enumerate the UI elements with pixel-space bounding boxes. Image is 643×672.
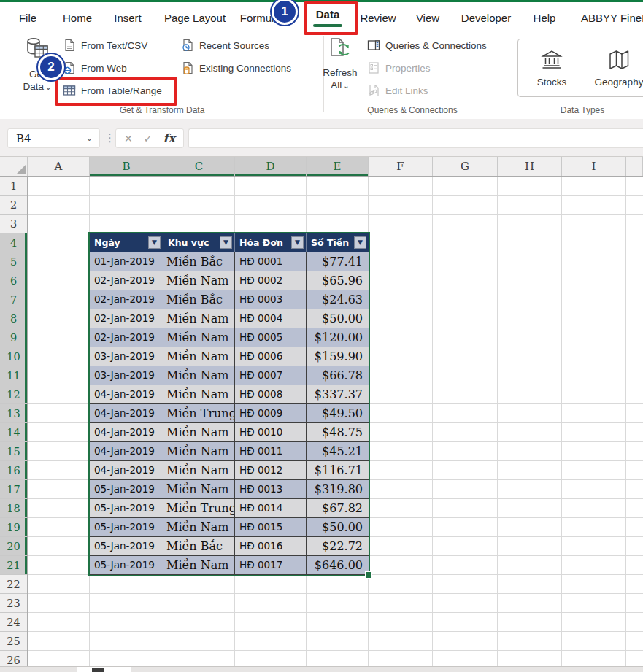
table-cell[interactable]: 02-Jan-2019 <box>90 328 163 347</box>
table-cell[interactable]: Miền Nam <box>163 328 235 347</box>
table-cell[interactable]: $49.50 <box>307 404 369 423</box>
row-header-25[interactable]: 25 <box>0 632 27 651</box>
table-cell[interactable]: HĐ 0011 <box>235 442 307 461</box>
fill-handle[interactable] <box>365 571 372 579</box>
table-cell[interactable]: $24.63 <box>307 290 369 309</box>
row-header-2[interactable]: 2 <box>0 196 27 215</box>
ribbon-tab-insert[interactable]: Insert <box>114 2 142 33</box>
ribbon-tab-home[interactable]: Home <box>63 2 92 33</box>
row-header-9[interactable]: 9 <box>0 328 27 347</box>
table-cell[interactable]: $77.41 <box>307 252 369 271</box>
table-cell[interactable]: HĐ 0001 <box>235 252 307 271</box>
table-cell[interactable]: HĐ 0009 <box>235 404 307 423</box>
row-header-15[interactable]: 15 <box>0 442 27 461</box>
row-header-3[interactable]: 3 <box>0 215 27 233</box>
table-cell[interactable]: 04-Jan-2019 <box>90 404 163 423</box>
from-text-csv-button[interactable]: From Text/CSV <box>63 36 147 54</box>
row-header-20[interactable]: 20 <box>0 537 27 556</box>
table-cell[interactable]: $67.82 <box>307 499 369 518</box>
table-cell[interactable]: HĐ 0013 <box>235 480 307 499</box>
column-header-B[interactable]: B <box>90 157 163 176</box>
ribbon-tab-developer[interactable]: Developer <box>461 2 511 33</box>
filter-dropdown-button[interactable]: ▼ <box>220 236 232 249</box>
row-header-7[interactable]: 7 <box>0 290 27 309</box>
existing-connections-button[interactable]: Existing Connections <box>181 59 291 77</box>
ribbon-tab-page-layout[interactable]: Page Layout <box>164 2 226 33</box>
row-header-17[interactable]: 17 <box>0 480 27 499</box>
table-cell[interactable]: Miền Nam <box>163 423 235 442</box>
table-cell[interactable]: Miền Trung <box>163 404 235 423</box>
table-cell[interactable]: Miền Bắc <box>163 537 235 556</box>
table-cell[interactable]: Miền Nam <box>163 309 235 328</box>
row-header-12[interactable]: 12 <box>0 385 27 404</box>
select-all-corner[interactable] <box>0 157 28 176</box>
table-cell[interactable]: 02-Jan-2019 <box>90 290 163 309</box>
refresh-all-button[interactable]: Refresh All⌄ <box>319 36 361 92</box>
column-header-E[interactable]: E <box>307 157 369 176</box>
column-header-F[interactable]: F <box>369 157 433 176</box>
table-cell[interactable]: HĐ 0007 <box>235 366 307 385</box>
ribbon-tab-review[interactable]: Review <box>360 2 396 33</box>
enter-icon[interactable]: ✓ <box>144 133 153 144</box>
table-cell[interactable]: HĐ 0005 <box>235 328 307 347</box>
table-cell[interactable]: HĐ 0008 <box>235 385 307 404</box>
row-header-13[interactable]: 13 <box>0 404 27 423</box>
row-header-14[interactable]: 14 <box>0 423 27 442</box>
table-cell[interactable]: $48.75 <box>307 423 369 442</box>
geography-button[interactable]: Geography <box>585 39 643 96</box>
table-cell[interactable]: 04-Jan-2019 <box>90 442 163 461</box>
column-header-C[interactable]: C <box>163 157 235 176</box>
insert-function-icon[interactable]: fx <box>163 131 175 145</box>
table-cell[interactable]: HĐ 0015 <box>235 518 307 537</box>
table-cell[interactable]: $50.00 <box>307 309 369 328</box>
table-cell[interactable]: HĐ 0002 <box>235 271 307 290</box>
column-header-I[interactable]: I <box>562 157 626 176</box>
table-cell[interactable]: Miền Nam <box>163 385 235 404</box>
table-cell[interactable]: $66.78 <box>307 366 369 385</box>
row-header-23[interactable]: 23 <box>0 594 27 613</box>
row-header-10[interactable]: 10 <box>0 347 27 366</box>
row-header-6[interactable]: 6 <box>0 271 27 290</box>
table-cell[interactable]: Miền Nam <box>163 366 235 385</box>
table-cell[interactable]: Miền Nam <box>163 556 235 575</box>
column-header-A[interactable]: A <box>28 157 90 176</box>
table-cell[interactable]: $22.72 <box>307 537 369 556</box>
table-cell[interactable]: $120.00 <box>307 328 369 347</box>
table-cell[interactable]: 05-Jan-2019 <box>90 537 163 556</box>
formula-input[interactable] <box>188 128 643 148</box>
filter-dropdown-button[interactable]: ▼ <box>354 236 366 249</box>
table-cell[interactable]: HĐ 0014 <box>235 499 307 518</box>
queries-connections-button[interactable]: Queries & Connections <box>367 36 487 54</box>
table-cell[interactable]: HĐ 0004 <box>235 309 307 328</box>
column-header-D[interactable]: D <box>235 157 307 176</box>
stocks-button[interactable]: Stocks <box>518 39 585 96</box>
table-cell[interactable]: HĐ 0006 <box>235 347 307 366</box>
row-header-11[interactable]: 11 <box>0 366 27 385</box>
table-cell[interactable]: 05-Jan-2019 <box>90 499 163 518</box>
table-cell[interactable]: 04-Jan-2019 <box>90 385 163 404</box>
table-cell[interactable]: Miền Nam <box>163 442 235 461</box>
table-cell[interactable]: $45.21 <box>307 442 369 461</box>
table-cell[interactable]: HĐ 0003 <box>235 290 307 309</box>
row-header-18[interactable]: 18 <box>0 499 27 518</box>
table-cell[interactable]: 05-Jan-2019 <box>90 480 163 499</box>
table-cell[interactable]: Miền Trung <box>163 499 235 518</box>
table-cell[interactable]: 01-Jan-2019 <box>90 252 163 271</box>
ribbon-tab-file[interactable]: File <box>19 2 36 33</box>
table-cell[interactable]: HĐ 0017 <box>235 556 307 575</box>
row-header-24[interactable]: 24 <box>0 613 27 632</box>
ribbon-tab-abbyy-finer[interactable]: ABBYY FineR <box>581 2 643 33</box>
table-cell[interactable]: Miền Nam <box>163 461 235 480</box>
row-header-4[interactable]: 4 <box>0 233 27 252</box>
row-header-21[interactable]: 21 <box>0 556 27 575</box>
table-cell[interactable]: Miền Nam <box>163 518 235 537</box>
ribbon-tab-view[interactable]: View <box>416 2 439 33</box>
table-cell[interactable]: $65.96 <box>307 271 369 290</box>
table-cell[interactable]: 05-Jan-2019 <box>90 556 163 575</box>
column-header-partial[interactable] <box>626 157 643 176</box>
column-header-H[interactable]: H <box>498 157 562 176</box>
name-box-chevron-icon[interactable]: ⌄ <box>86 134 93 143</box>
table-cell[interactable]: $337.37 <box>307 385 369 404</box>
sheet-tab[interactable] <box>77 667 131 672</box>
table-cell[interactable]: 02-Jan-2019 <box>90 309 163 328</box>
